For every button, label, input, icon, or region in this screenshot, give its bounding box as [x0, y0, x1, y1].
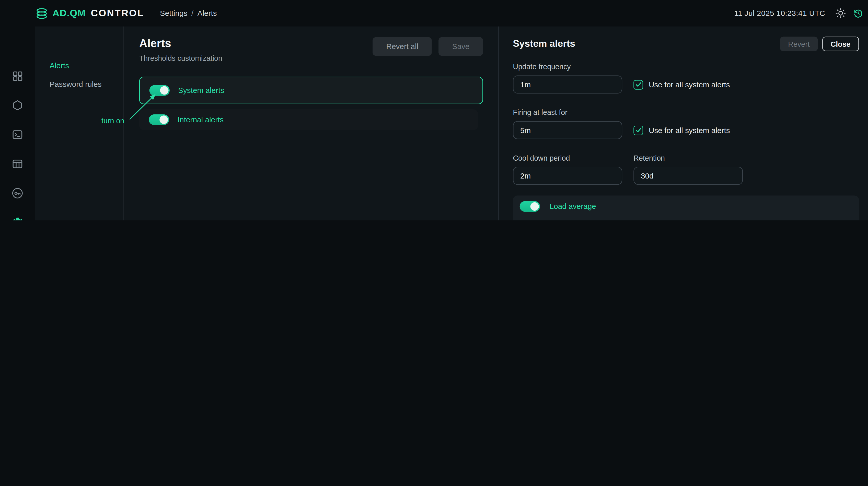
metric-name: Load average [550, 202, 596, 211]
use-for-all-checkbox[interactable] [633, 80, 643, 89]
retention-input[interactable] [633, 167, 743, 185]
metric-card: Load average Warning Critical [513, 195, 859, 220]
metric-cards: Load average Warning Critical [513, 195, 859, 220]
utc-datetime: 11 Jul 2025 10:23:41 UTC [734, 9, 825, 18]
keys-icon[interactable] [11, 187, 24, 200]
toggle-knob [530, 202, 539, 211]
body-row: Alerts Password rules Alerts Thresholds … [0, 27, 868, 220]
cooldown-retention-row: Cool down period Retention [513, 154, 859, 185]
hexagon-icon[interactable] [11, 99, 24, 112]
icon-rail [0, 27, 35, 220]
sidebar-nav-item-label: Password rules [50, 80, 102, 88]
breadcrumb-section[interactable]: Settings [160, 9, 188, 18]
breadcrumb: Settings / Alerts [160, 9, 217, 18]
revert-button[interactable]: Revert [780, 36, 817, 51]
logo-coil-icon [35, 6, 49, 20]
breadcrumb-separator: / [191, 9, 193, 18]
update-frequency-input[interactable] [513, 75, 622, 94]
use-for-all-checkbox[interactable] [633, 125, 643, 135]
topbar: AD.QM CONTROL Settings / Alerts 11 Jul 2… [0, 0, 868, 27]
app-root: AD.QM CONTROL Settings / Alerts 11 Jul 2… [0, 0, 868, 220]
toggle-knob [160, 86, 168, 95]
update-frequency-label: Update frequency [513, 63, 859, 71]
save-button[interactable]: Save [439, 37, 483, 56]
retention-label: Retention [633, 154, 743, 162]
cooldown-label: Cool down period [513, 154, 622, 162]
logo[interactable]: AD.QM CONTROL [35, 6, 144, 20]
page-subtitle: Thresholds customization [139, 54, 222, 63]
metric-toggle[interactable] [520, 201, 540, 212]
alert-type-label: Internal alerts [178, 116, 224, 124]
alert-type-label: System alerts [178, 86, 224, 95]
dashboard-icon[interactable] [11, 69, 24, 83]
update-frequency-group: Update frequency Use for all system aler… [513, 63, 859, 94]
breadcrumb-page: Alerts [197, 9, 217, 18]
alert-toggle[interactable] [150, 85, 170, 96]
firing-input[interactable] [513, 121, 622, 139]
alerts-main: Alerts Thresholds customization Revert a… [124, 27, 499, 220]
toggle-knob [159, 116, 167, 124]
page-title: Alerts [139, 37, 222, 50]
panel-title: System alerts [513, 38, 780, 50]
theme-sun-icon[interactable] [835, 8, 846, 19]
use-for-all-label: Use for all system alerts [649, 80, 730, 89]
sidebar-nav-item-label: Alerts [50, 61, 69, 70]
alert-type-row[interactable]: Internal alerts [139, 109, 478, 130]
revert-all-button[interactable]: Revert all [373, 37, 432, 56]
firing-group: Firing at least for Use for all system a… [513, 108, 859, 139]
alert-toggle[interactable] [149, 115, 169, 125]
alerts-header: Alerts Thresholds customization Revert a… [139, 37, 483, 63]
system-alerts-panel: System alerts Revert Close Update freque… [499, 27, 868, 220]
sidebar-nav-item[interactable]: Alerts [50, 61, 123, 70]
alert-type-row[interactable]: System alerts [139, 76, 483, 104]
close-button[interactable]: Close [822, 36, 859, 51]
tables-icon[interactable] [11, 157, 24, 171]
terminal-icon[interactable] [11, 128, 24, 141]
cooldown-input[interactable] [513, 167, 622, 185]
panel-header: System alerts Revert Close [513, 36, 859, 51]
history-icon[interactable] [853, 8, 863, 19]
use-for-all-label: Use for all system alerts [649, 126, 730, 134]
sidebar-nav-item[interactable]: Password rules [50, 80, 123, 88]
logo-primary: AD.QM [52, 8, 86, 19]
firing-label: Firing at least for [513, 108, 859, 117]
logo-secondary: CONTROL [91, 8, 144, 19]
annotation-text: turn on [101, 117, 124, 125]
alert-type-list: System alerts Internal alerts [139, 76, 483, 130]
settings-gear-icon[interactable] [11, 216, 24, 220]
